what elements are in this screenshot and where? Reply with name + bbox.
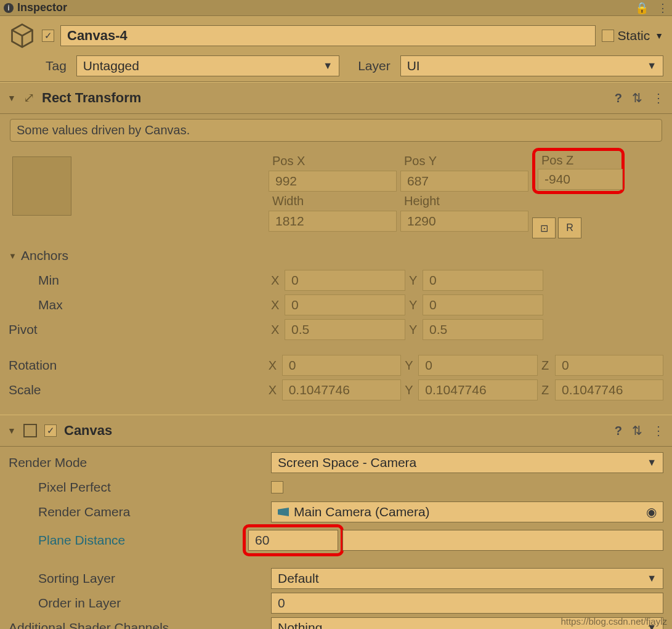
active-checkbox[interactable]: ✓ bbox=[42, 30, 54, 42]
render-camera-field[interactable]: Main Camera (Camera) ◉ bbox=[271, 501, 663, 522]
anchor-min-y[interactable] bbox=[423, 270, 543, 291]
object-picker-icon[interactable]: ◉ bbox=[646, 505, 657, 519]
x-label: X bbox=[269, 359, 280, 373]
y-label: Y bbox=[405, 383, 416, 397]
order-in-layer-label: Order in Layer bbox=[9, 596, 267, 611]
foldout-icon[interactable]: ▼ bbox=[7, 93, 16, 103]
preset-icon[interactable]: ⇅ bbox=[632, 423, 642, 438]
canvas-title: Canvas bbox=[64, 423, 112, 439]
posx-label: Pos X bbox=[269, 152, 397, 171]
y-label: Y bbox=[409, 323, 420, 337]
driven-values-info: Some values driven by Canvas. bbox=[10, 119, 662, 142]
pixel-perfect-label: Pixel Perfect bbox=[9, 480, 267, 495]
chevron-down-icon[interactable]: ▼ bbox=[655, 31, 663, 41]
plane-distance-label: Plane Distance bbox=[9, 533, 267, 548]
rect-transform-title: Rect Transform bbox=[42, 90, 141, 106]
pivot-x[interactable] bbox=[285, 319, 405, 340]
tag-label: Tag bbox=[46, 59, 70, 73]
static-label: Static bbox=[618, 28, 650, 43]
posy-field[interactable] bbox=[400, 171, 528, 192]
anchor-max-y[interactable] bbox=[423, 294, 543, 315]
sorting-layer-value: Default bbox=[278, 571, 319, 586]
gameobject-header: ✓ Canvas-4 Static ▼ Tag Untagged ▼ Layer… bbox=[0, 16, 672, 82]
chevron-down-icon: ▼ bbox=[647, 60, 657, 71]
expand-icon[interactable]: ⤢ bbox=[23, 90, 34, 106]
canvas-component-header[interactable]: ▼ ✓ Canvas ? ⇅ ⋮ bbox=[0, 415, 672, 447]
foldout-icon[interactable]: ▼ bbox=[7, 426, 16, 436]
static-checkbox[interactable] bbox=[602, 30, 614, 42]
render-mode-value: Screen Space - Camera bbox=[278, 455, 416, 470]
tag-dropdown[interactable]: Untagged ▼ bbox=[76, 55, 339, 76]
posy-label: Pos Y bbox=[400, 152, 528, 171]
component-menu-icon[interactable]: ⋮ bbox=[652, 91, 665, 105]
scale-x[interactable] bbox=[282, 379, 402, 400]
layer-dropdown[interactable]: UI ▼ bbox=[400, 55, 663, 76]
tab-title-label: Inspector bbox=[17, 1, 67, 14]
x-label: X bbox=[271, 298, 282, 312]
tab-menu-icon[interactable]: ⋮ bbox=[657, 1, 668, 15]
anchor-preset-button[interactable] bbox=[12, 156, 71, 216]
gameobject-icon[interactable] bbox=[9, 22, 36, 49]
plane-distance-field[interactable] bbox=[248, 530, 338, 551]
posz-field[interactable] bbox=[538, 169, 623, 190]
rotation-label: Rotation bbox=[9, 358, 265, 373]
y-label: Y bbox=[405, 359, 416, 373]
component-menu-icon[interactable]: ⋮ bbox=[652, 423, 665, 438]
shader-channels-label: Additional Shader Channels bbox=[9, 620, 267, 629]
render-camera-value: Main Camera (Camera) bbox=[294, 505, 430, 519]
blueprint-mode-button[interactable]: ⊡ bbox=[532, 217, 556, 238]
chevron-down-icon: ▼ bbox=[647, 457, 657, 468]
width-field[interactable] bbox=[269, 211, 397, 232]
x-label: X bbox=[271, 323, 282, 337]
pixel-perfect-checkbox[interactable] bbox=[271, 481, 283, 493]
help-icon[interactable]: ? bbox=[615, 424, 622, 438]
inspector-tab[interactable]: i Inspector bbox=[4, 1, 67, 14]
x-label: X bbox=[271, 274, 282, 288]
layer-label: Layer bbox=[346, 59, 394, 73]
chevron-down-icon: ▼ bbox=[647, 573, 657, 584]
layer-value: UI bbox=[407, 59, 420, 73]
preset-icon[interactable]: ⇅ bbox=[632, 91, 642, 105]
z-label: Z bbox=[541, 359, 553, 373]
height-field[interactable] bbox=[400, 211, 528, 232]
max-label: Max bbox=[9, 298, 267, 312]
scale-y[interactable] bbox=[418, 379, 538, 400]
anchors-label: Anchors bbox=[21, 248, 267, 263]
height-label: Height bbox=[400, 192, 528, 211]
pivot-y[interactable] bbox=[423, 319, 543, 340]
chevron-down-icon: ▼ bbox=[323, 60, 333, 71]
x-label: X bbox=[269, 383, 280, 397]
order-in-layer-field[interactable] bbox=[271, 593, 663, 614]
shader-channels-value: Nothing bbox=[278, 620, 322, 629]
canvas-icon bbox=[23, 424, 37, 437]
lock-icon[interactable]: 🔒 bbox=[635, 1, 649, 15]
sorting-layer-label: Sorting Layer bbox=[9, 571, 267, 586]
canvas-enabled-checkbox[interactable]: ✓ bbox=[44, 424, 57, 437]
render-mode-dropdown[interactable]: Screen Space - Camera ▼ bbox=[271, 452, 663, 473]
raw-edit-button[interactable]: R bbox=[558, 217, 581, 238]
foldout-icon[interactable]: ▼ bbox=[9, 251, 17, 261]
posx-field[interactable] bbox=[269, 171, 397, 192]
gameobject-name-field[interactable]: Canvas-4 bbox=[60, 25, 596, 46]
plane-distance-field-extension[interactable] bbox=[342, 530, 663, 551]
min-label: Min bbox=[9, 273, 267, 288]
help-icon[interactable]: ? bbox=[615, 91, 622, 105]
rotation-y[interactable] bbox=[418, 355, 538, 376]
pivot-label: Pivot bbox=[9, 322, 267, 337]
y-label: Y bbox=[409, 274, 420, 288]
render-mode-label: Render Mode bbox=[9, 455, 267, 470]
scale-z[interactable] bbox=[555, 379, 663, 400]
info-icon: i bbox=[4, 3, 14, 13]
rect-transform-header[interactable]: ▼ ⤢ Rect Transform ? ⇅ ⋮ bbox=[0, 82, 672, 114]
posz-label: Pos Z bbox=[538, 152, 619, 169]
anchor-max-x[interactable] bbox=[285, 294, 405, 315]
static-toggle[interactable]: Static ▼ bbox=[602, 28, 663, 43]
tag-value: Untagged bbox=[83, 59, 139, 73]
rotation-x[interactable] bbox=[282, 355, 402, 376]
width-label: Width bbox=[269, 192, 397, 211]
sorting-layer-dropdown[interactable]: Default ▼ bbox=[271, 568, 663, 589]
scale-label: Scale bbox=[9, 383, 265, 397]
rotation-z[interactable] bbox=[555, 355, 663, 376]
plane-distance-highlight bbox=[243, 524, 344, 556]
anchor-min-x[interactable] bbox=[285, 270, 405, 291]
